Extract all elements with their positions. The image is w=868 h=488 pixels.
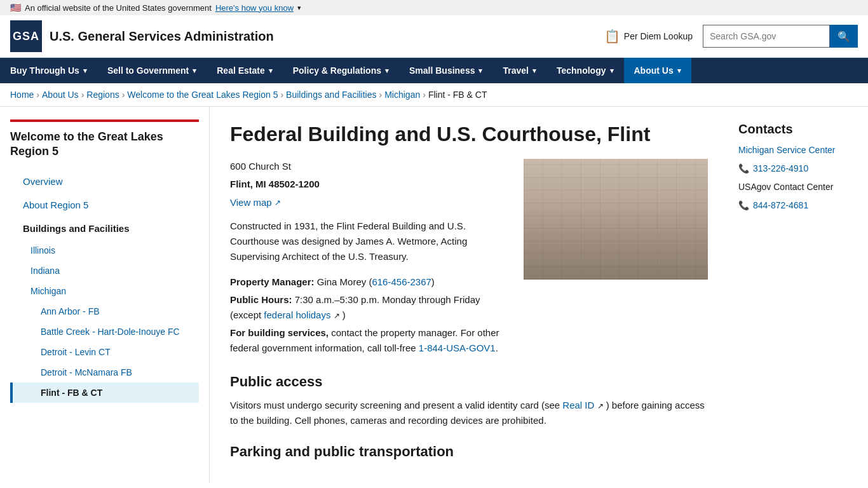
federal-holidays-link[interactable]: federal holidays (264, 309, 330, 320)
property-manager-block: Property Manager: Gina Morey (616-456-23… (230, 274, 508, 290)
nav-policy-arrow: ▾ (385, 67, 389, 75)
nav-travel-arrow: ▾ (532, 67, 536, 75)
nav-about-us-arrow: ▾ (677, 67, 681, 75)
nav-sell-arrow: ▾ (193, 67, 196, 75)
content-top: 600 Church St Flint, MI 48502-1200 View … (230, 159, 708, 358)
sidebar-top-bar (10, 119, 199, 122)
nav-policy-label: Policy & Regulations (293, 65, 381, 76)
breadcrumb-sep-3: › (122, 90, 125, 100)
how-you-know-link[interactable]: Here's how you know (215, 3, 294, 13)
sidebar-item-michigan[interactable]: Michigan (10, 281, 199, 301)
external-link-icon: ↗ (275, 198, 281, 207)
sidebar: Welcome to the Great Lakes Region 5 Over… (0, 107, 210, 483)
sidebar-item-flint-fb-ct[interactable]: Flint - FB & CT (10, 383, 199, 403)
public-hours-label: Public Hours: (230, 294, 292, 305)
phone2-link[interactable]: 844-872-4681 (753, 200, 808, 210)
nav-about-us-label: About Us (634, 65, 674, 76)
sidebar-item-battle-creek[interactable]: Battle Creek - Hart-Dole-Inouye FC (10, 322, 199, 342)
breadcrumb-sep-6: › (423, 90, 426, 100)
view-map-label: View map (230, 197, 272, 208)
sidebar-item-illinois[interactable]: Illinois (10, 240, 199, 261)
breadcrumb-regions[interactable]: Regions (86, 90, 119, 100)
building-description: Constructed in 1931, the Flint Federal B… (230, 219, 508, 264)
nav-buy-through-us[interactable]: Buy Through Us ▾ (0, 58, 97, 83)
page-layout: Welcome to the Great Lakes Region 5 Over… (0, 107, 868, 483)
building-services-block: For building services, contact the prope… (230, 325, 508, 356)
gov-banner: 🇺🇸 An official website of the United Sta… (0, 0, 868, 15)
breadcrumb-sep-5: › (379, 90, 383, 100)
nav-buy-through-us-arrow: ▾ (83, 67, 87, 75)
us-flag-icon: 🇺🇸 (10, 3, 21, 13)
nav-technology-arrow: ▾ (610, 67, 614, 75)
site-header: GSA U.S. General Services Administration… (0, 15, 868, 58)
nav-technology[interactable]: Technology ▾ (546, 58, 624, 83)
logo-area: GSA U.S. General Services Administration (10, 20, 274, 52)
nav-small-business-arrow: ▾ (478, 67, 482, 75)
per-diem-label: Per Diem Lookup (624, 31, 693, 41)
nav-sell-label: Sell to Government (107, 65, 189, 76)
public-hours-close: ) (342, 309, 346, 320)
page-title: Federal Building and U.S. Courthouse, Fl… (230, 122, 708, 146)
michigan-service-center-link[interactable]: Michigan Service Center (738, 145, 836, 155)
sidebar-item-ann-arbor[interactable]: Ann Arbor - FB (10, 301, 199, 322)
nav-technology-label: Technology (557, 65, 606, 76)
usagov-item: USAgov Contact Center (738, 181, 858, 193)
sidebar-item-indiana[interactable]: Indiana (10, 261, 199, 281)
building-image-placeholder (524, 159, 708, 280)
nav-real-estate-label: Real Estate (217, 65, 264, 76)
sidebar-item-about-region5[interactable]: About Region 5 (10, 193, 199, 217)
search-bar: 🔍 (703, 25, 858, 48)
sidebar-item-detroit-levin[interactable]: Detroit - Levin CT (10, 342, 199, 362)
building-services-label: For building services, (230, 327, 329, 338)
main-content: Federal Building and U.S. Courthouse, Fl… (210, 107, 728, 483)
breadcrumb-great-lakes[interactable]: Welcome to the Great Lakes Region 5 (127, 90, 278, 100)
nav-real-estate-arrow: ▾ (269, 67, 273, 75)
address-line2: Flint, MI 48502-1200 (230, 177, 508, 192)
address-line1: 600 Church St (230, 159, 508, 174)
contacts-title: Contacts (738, 122, 858, 137)
nav-policy-regulations[interactable]: Policy & Regulations ▾ (283, 58, 399, 83)
toll-free-link[interactable]: 1-844-USA-GOV1 (419, 342, 496, 353)
breadcrumb-buildings[interactable]: Buildings and Facilities (286, 90, 376, 100)
phone1-icon: 📞 (738, 163, 749, 173)
nav-small-business[interactable]: Small Business ▾ (399, 58, 493, 83)
nav-travel[interactable]: Travel ▾ (492, 58, 546, 83)
nav-sell-to-government[interactable]: Sell to Government ▾ (97, 58, 207, 83)
breadcrumb-michigan[interactable]: Michigan (384, 90, 420, 100)
nav-small-business-label: Small Business (409, 65, 475, 76)
nav-buy-through-us-label: Buy Through Us (10, 65, 79, 76)
breadcrumb-home[interactable]: Home (10, 90, 34, 100)
phone1-block: 📞 313-226-4910 (738, 163, 858, 173)
site-title: U.S. General Services Administration (50, 29, 274, 44)
nav-about-us[interactable]: About Us ▾ (624, 58, 691, 83)
address-block: 600 Church St Flint, MI 48502-1200 View … (230, 159, 508, 358)
property-manager-close: ) (431, 276, 435, 287)
breadcrumb-about-us[interactable]: About Us (42, 90, 79, 100)
public-hours-block: Public Hours: 7:30 a.m.–5:30 p.m. Monday… (230, 292, 508, 323)
breadcrumb-sep-2: › (81, 90, 85, 100)
sidebar-title: Welcome to the Great Lakes Region 5 (10, 130, 199, 159)
real-id-link[interactable]: Real ID (562, 400, 594, 410)
real-id-ext-icon: ↗ (597, 402, 604, 410)
sidebar-item-detroit-mcnamara[interactable]: Detroit - McNamara FB (10, 362, 199, 383)
view-map-link[interactable]: View map ↗ (230, 197, 281, 208)
public-access-text-before: Visitors must undergo security screening… (230, 400, 562, 410)
per-diem-lookup[interactable]: 📋 Per Diem Lookup (604, 29, 693, 44)
nav-travel-label: Travel (503, 65, 528, 76)
property-manager-phone-link[interactable]: 616-456-2367 (372, 276, 431, 287)
michigan-service-center-item: Michigan Service Center (738, 144, 858, 156)
main-nav: Buy Through Us ▾ Sell to Government ▾ Re… (0, 58, 868, 83)
federal-holidays-ext-icon: ↗ (334, 311, 340, 320)
public-access-text: Visitors must undergo security screening… (230, 398, 708, 428)
sidebar-item-buildings-facilities[interactable]: Buildings and Facilities (10, 217, 199, 240)
how-arrow-icon: ▾ (297, 4, 301, 12)
contacts-panel: Contacts Michigan Service Center 📞 313-2… (728, 107, 868, 483)
sidebar-item-overview[interactable]: Overview (10, 170, 199, 193)
building-image (524, 159, 708, 280)
nav-real-estate[interactable]: Real Estate ▾ (207, 58, 282, 83)
per-diem-icon: 📋 (604, 29, 620, 44)
search-input[interactable] (703, 25, 830, 48)
search-button[interactable]: 🔍 (830, 25, 858, 48)
phone2-block: 📞 844-872-4681 (738, 200, 858, 210)
phone1-link[interactable]: 313-226-4910 (753, 163, 808, 173)
